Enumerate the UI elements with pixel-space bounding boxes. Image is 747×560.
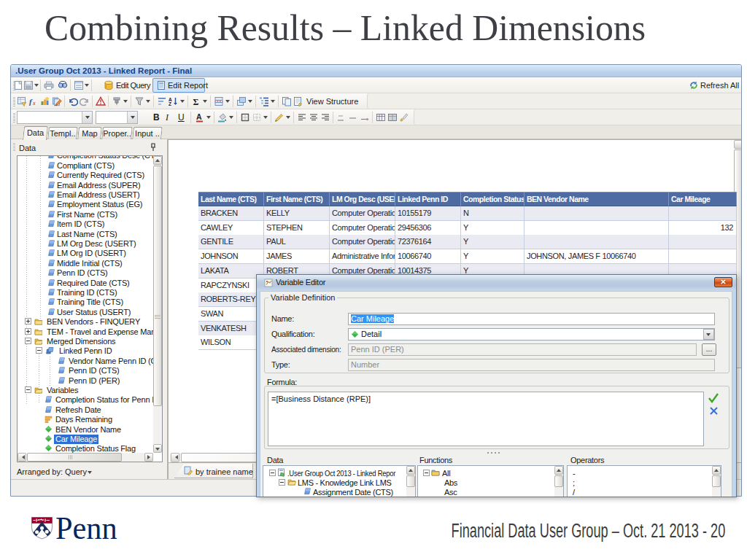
svg-text:A: A	[196, 112, 202, 121]
svg-text:Σ: Σ	[193, 97, 199, 106]
svg-text:Z: Z	[169, 101, 171, 106]
svg-text:x: x	[32, 100, 36, 106]
